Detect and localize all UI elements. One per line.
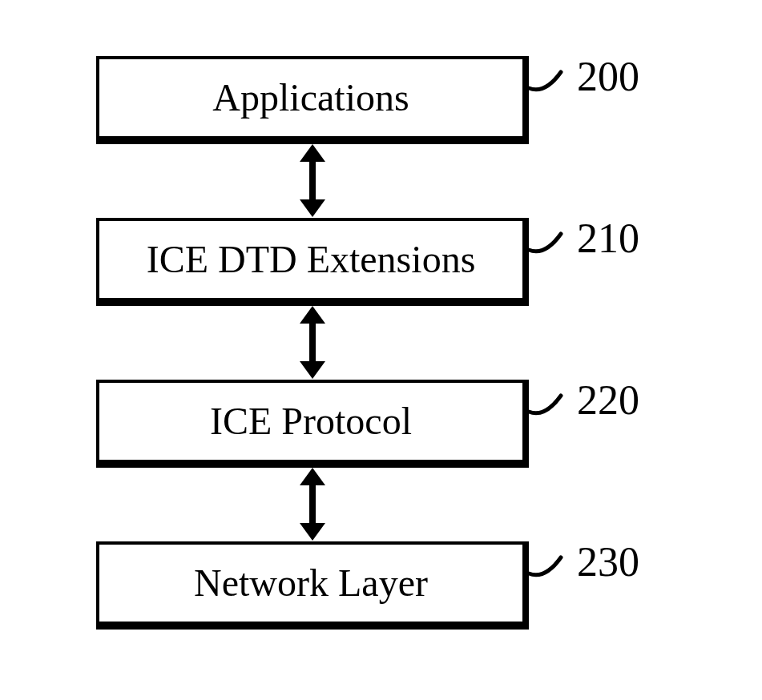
arrow-protocol-network [309, 482, 316, 526]
callout-200 [529, 64, 577, 96]
ref-210: 210 [577, 218, 639, 259]
box-ice-dtd-extensions-label: ICE DTD Extensions [147, 240, 476, 279]
arrow-extensions-protocol [309, 320, 316, 364]
ref-200: 200 [577, 56, 639, 98]
layer-stack-diagram: Applications 200 ICE DTD Extensions 210 … [0, 0, 762, 700]
box-applications-label: Applications [212, 78, 409, 117]
ref-220: 220 [577, 380, 639, 421]
ref-230: 230 [577, 541, 639, 583]
arrow-applications-extensions [309, 159, 316, 203]
callout-230 [529, 549, 577, 581]
callout-210 [529, 226, 577, 258]
box-ice-protocol-label: ICE Protocol [210, 402, 412, 441]
callout-220 [529, 388, 577, 420]
box-ice-dtd-extensions: ICE DTD Extensions [96, 218, 529, 306]
box-applications: Applications [96, 56, 529, 144]
box-ice-protocol: ICE Protocol [96, 380, 529, 468]
box-network-layer: Network Layer [96, 541, 529, 630]
box-network-layer-label: Network Layer [194, 564, 428, 602]
